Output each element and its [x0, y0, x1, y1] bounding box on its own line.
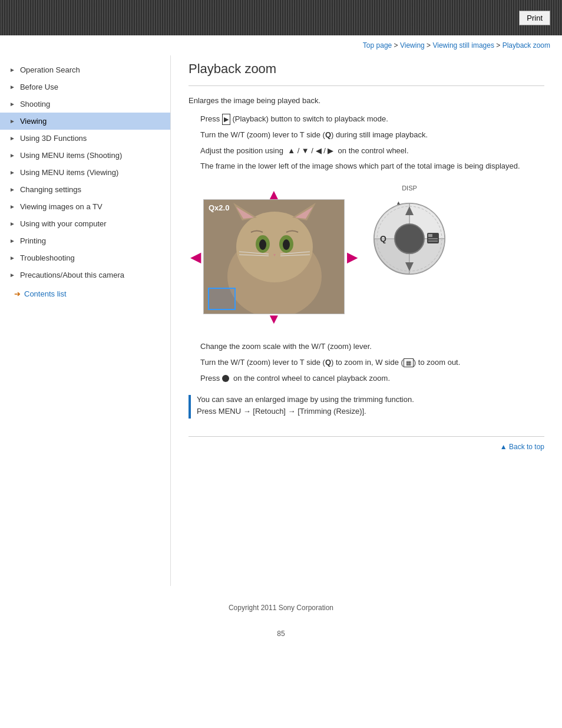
back-to-top-link[interactable]: ▲ Back to top [500, 443, 544, 451]
breadcrumb-viewing-still[interactable]: Viewing still images [432, 41, 494, 50]
content-step-1: Press ▶ (Playback) button to switch to p… [189, 113, 544, 126]
content-step-4: The frame in the lower left of the image… [189, 160, 544, 173]
arrow-icon: ► [9, 101, 15, 107]
arrow-icon: ► [9, 186, 15, 193]
zoom-out-icon: ▦ [404, 358, 414, 367]
sidebar-label: Before Use [20, 83, 58, 91]
back-to-top-label: Back to top [509, 443, 544, 451]
note-section: You can save an enlarged image by using … [189, 394, 544, 419]
arrow-right-icon: ➔ [14, 289, 21, 298]
sidebar-label: Viewing images on a TV [20, 202, 103, 211]
content-step-3: Adjust the position using ▲ / ▼ / ◀ / ▶ … [189, 145, 544, 157]
sidebar-item-shooting[interactable]: ► Shooting [0, 95, 170, 113]
sidebar-label: Viewing [20, 117, 47, 126]
svg-text:Qx2.0: Qx2.0 [209, 203, 229, 212]
cat-svg: Qx2.0 [204, 200, 345, 314]
page-footer: Copyright 2011 Sony Corporation [0, 592, 562, 624]
contents-list-link[interactable]: ➔ Contents list [0, 284, 170, 304]
sidebar-item-precautions[interactable]: ► Precautions/About this camera [0, 266, 170, 284]
additional-step-1: Change the zoom scale with the W/T (zoom… [189, 341, 544, 353]
note-line-2: Press MENU → [Retouch] → [Trimming (Resi… [197, 406, 414, 418]
page-title-section: Playback zoom [189, 61, 544, 86]
arrow-icon: ► [9, 135, 15, 141]
svg-rect-17 [209, 288, 235, 309]
breadcrumb-sep3: > [496, 41, 502, 50]
sidebar-label: Precautions/About this camera [20, 271, 124, 279]
note-bar [189, 395, 191, 419]
arrow-icon: ► [9, 118, 15, 124]
sidebar-item-printing[interactable]: ► Printing [0, 232, 170, 249]
sidebar-label: Using MENU items (Viewing) [20, 168, 118, 177]
header-bar: Print [0, 0, 562, 35]
note-line-1: You can save an enlarged image by using … [197, 394, 414, 406]
sidebar-item-menu-viewing[interactable]: ► Using MENU items (Viewing) [0, 164, 170, 181]
disp-label: DISP [402, 185, 417, 192]
arrow-icon: ► [9, 67, 15, 73]
svg-point-9 [259, 239, 266, 250]
sidebar-item-troubleshooting[interactable]: ► Troubleshooting [0, 249, 170, 266]
breadcrumb: Top page > Viewing > Viewing still image… [0, 35, 562, 55]
sidebar-label: Printing [20, 236, 46, 245]
sidebar-item-changing-settings[interactable]: ► Changing settings [0, 181, 170, 198]
content-footer: ▲ Back to top [189, 436, 544, 451]
sidebar: ► Operation Search ► Before Use ► Shooti… [0, 55, 171, 586]
sidebar-item-before-use[interactable]: ► Before Use [0, 78, 170, 95]
svg-point-19 [395, 224, 424, 253]
sidebar-label: Operation Search [20, 65, 80, 74]
breadcrumb-sep1: > [394, 41, 400, 50]
arrow-icon: ► [9, 255, 15, 261]
sidebar-item-using-3d[interactable]: ► Using 3D Functions [0, 130, 170, 147]
svg-text:Q: Q [380, 234, 386, 243]
cat-image: Qx2.0 [203, 199, 345, 314]
main-layout: ► Operation Search ► Before Use ► Shooti… [0, 55, 562, 586]
sidebar-label: Troubleshooting [20, 253, 75, 262]
arrow-icon: ► [9, 220, 15, 227]
svg-point-10 [283, 239, 290, 250]
arrow-icon: ► [9, 169, 15, 176]
sidebar-item-viewing[interactable]: ► Viewing [0, 113, 170, 130]
sidebar-label: Using with your computer [20, 219, 107, 228]
page-title: Playback zoom [189, 61, 544, 80]
additional-step-2: Turn the W/T (zoom) lever to T side (Q) … [189, 357, 544, 369]
copyright-text: Copyright 2011 Sony Corporation [229, 604, 333, 612]
arrow-icon: ► [9, 272, 15, 278]
sidebar-item-operation-search[interactable]: ► Operation Search [0, 61, 170, 78]
page-number: 85 [0, 630, 562, 638]
content-intro: Enlarges the image being played back. [189, 95, 544, 107]
svg-rect-24 [428, 234, 432, 237]
sidebar-item-viewing-tv[interactable]: ► Viewing images on a TV [0, 198, 170, 215]
cat-image-wrapper: ▲ ◀ ▶ ▼ [203, 199, 345, 314]
sidebar-label: Changing settings [20, 185, 81, 194]
image-area: ▲ ◀ ▶ ▼ [189, 185, 544, 329]
additional-step-3: Press on the control wheel to cancel pla… [189, 373, 544, 385]
sidebar-item-using-computer[interactable]: ► Using with your computer [0, 215, 170, 232]
arrow-left-icon: ◀ [190, 249, 201, 265]
arrow-icon: ► [9, 84, 15, 90]
content-area: Playback zoom Enlarges the image being p… [171, 55, 562, 586]
print-button[interactable]: Print [519, 11, 550, 25]
breadcrumb-sep2: > [427, 41, 432, 50]
wheel-svg: Q ▲ [371, 195, 448, 280]
playback-icon: ▶ [222, 114, 230, 126]
sidebar-item-menu-shooting[interactable]: ► Using MENU items (Shooting) [0, 147, 170, 164]
note-content: You can save an enlarged image by using … [197, 394, 414, 419]
svg-rect-26 [428, 241, 438, 242]
control-wheel-image: Q ▲ [371, 195, 448, 271]
zoom-in-icon: Q [325, 129, 331, 141]
arrow-right-icon2: ▶ [347, 249, 358, 265]
breadcrumb-playback-zoom[interactable]: Playback zoom [503, 41, 550, 50]
svg-point-2 [236, 212, 313, 282]
breadcrumb-top[interactable]: Top page [363, 41, 392, 50]
breadcrumb-viewing[interactable]: Viewing [400, 41, 425, 50]
contents-list-label: Contents list [24, 289, 67, 298]
arrow-icon: ► [9, 238, 15, 244]
sidebar-label: Using 3D Functions [20, 134, 87, 143]
sidebar-label: Using MENU items (Shooting) [20, 151, 122, 160]
center-button-icon [222, 375, 229, 382]
svg-rect-25 [428, 238, 438, 239]
sidebar-label: Shooting [20, 100, 50, 108]
svg-text:▲: ▲ [396, 200, 401, 206]
control-wheel-container: DISP [371, 185, 448, 271]
arrow-icon: ► [9, 203, 15, 210]
arrow-icon: ► [9, 152, 15, 159]
